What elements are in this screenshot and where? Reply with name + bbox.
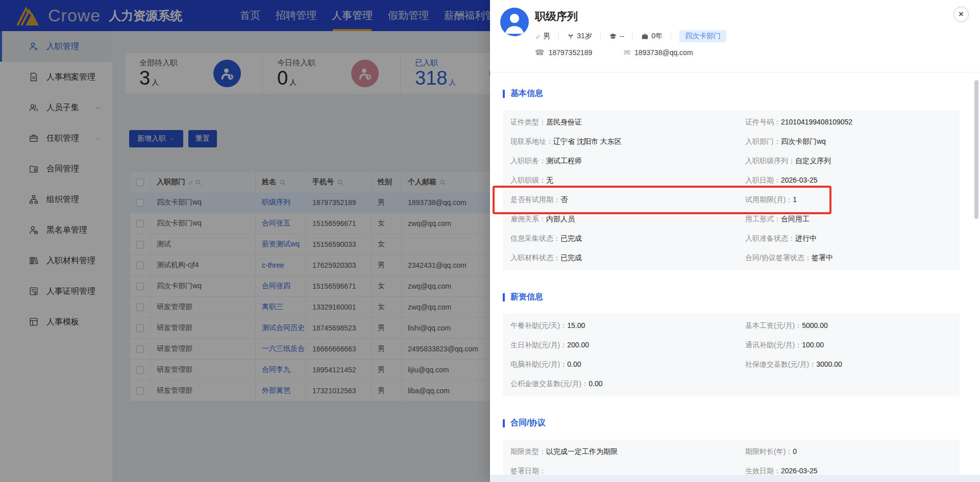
field: 现联系地址辽宁省 沈阳市 大东区 [510,137,745,146]
field-value: 居民身份证 [546,118,582,127]
field-value: 进行中 [795,234,817,243]
field-value: 自定义序列 [795,157,831,166]
section-title: 薪资信息 [510,292,543,302]
field-label: 是否有试用期 [510,195,560,205]
field-row: 证件类型居民身份证证件号码210104199408109052 [510,113,960,132]
meta-item-2: -- [609,32,624,40]
meta-item-1: 31岁 [567,32,592,41]
graduation-icon [609,32,617,40]
field: 用工形式合同用工 [745,215,810,224]
field-value: 辽宁省 沈阳市 大东区 [553,137,622,146]
field-value: 3000.00 [816,360,842,368]
field-label: 期限时长(年) [745,447,793,456]
meta-text: 31岁 [577,32,592,41]
field-label: 现联系地址 [510,137,553,146]
section-accent-bar [503,293,505,301]
meta-item-0: ♂男 [535,32,550,41]
field-label: 入职职务 [510,157,546,166]
section-title: 基本信息 [510,88,543,99]
field-label: 期限类型 [510,447,546,456]
field-label: 通讯补助(元/月) [745,341,802,350]
section-accent-bar [503,419,505,427]
field-value: 100.00 [802,341,824,349]
field-value: 已完成 [560,234,582,243]
field-value: 5000.00 [802,321,828,329]
briefcase-solid-icon [641,33,649,40]
close-icon: × [959,10,963,19]
field-value: 1 [793,195,797,204]
field: 社保缴交基数(元/月)3000.00 [745,360,842,369]
department-tag: 四次卡部门 [679,30,726,42]
field-value: 无 [546,176,553,185]
phone-icon: ☎ [535,48,545,57]
field: 期限时长(年)0 [745,447,797,456]
employee-detail-drawer: 职级序列 ♂男31岁--0年四次卡部门 ☎ 18797352189 ✉ 1893… [490,0,980,482]
field: 通讯补助(元/月)100.00 [745,341,824,350]
field-label: 电脑补助(元/月) [510,360,567,369]
close-drawer-button[interactable]: × [953,7,969,22]
field-value: 内部人员 [546,215,575,224]
field: 入职材料状态已完成 [510,253,745,263]
field: 电脑补助(元/月)0.00 [510,360,745,369]
field-row: 入职材料状态已完成合同/协议签署状态签署中 [510,248,960,268]
field: 是否有试用期否 [510,195,745,205]
field: 入职日期2026-03-25 [745,176,818,185]
field: 期限类型以完成一定工作为期限 [510,447,745,456]
meta-divider [558,33,559,40]
field: 入职职级序列自定义序列 [745,157,831,166]
field-value: 2026-03-25 [781,176,818,184]
meta-text: 男 [543,32,550,41]
field-row: 雇佣关系内部人员用工形式合同用工 [510,210,960,229]
meta-divider [632,33,633,40]
field-value: 测试工程师 [546,157,582,166]
sprout-icon [567,33,574,40]
email-value: 1893738@qq.com [634,48,693,57]
field: 合同/协议签署状态签署中 [745,253,833,263]
meta-item-3: 0年 [641,32,663,41]
field: 入职部门四次卡部门wq [745,137,826,146]
field: 证件类型居民身份证 [510,118,745,127]
field-value: 210104199408109052 [781,118,852,126]
field-row: 期限类型以完成一定工作为期限期限时长(年)0 [510,442,960,462]
field-value: 2026-03-25 [781,467,818,475]
field-label: 公积金缴交基数(元/月) [510,379,589,389]
field-row: 入职职级无入职日期2026-03-25 [510,171,960,190]
field-label: 入职日期 [745,176,781,185]
field-label: 证件类型 [510,118,546,127]
drawer-scrollbar[interactable] [974,80,978,219]
field-label: 入职职级序列 [745,157,795,166]
field-label: 午餐补助(元/天) [510,321,567,331]
drawer-body: 基本信息证件类型居民身份证证件号码210104199408109052现联系地址… [490,73,980,482]
field-row: 信息采集状态已完成入职准备状态进行中 [510,229,960,248]
hr-system-app: Crowe 人力资源系统 首页招聘管理人事管理假勤管理薪酬福利管理 入职管理人事… [0,0,980,482]
field-row: 午餐补助(元/天)15.00基本工资(元/月)5000.00 [510,316,960,336]
field-value: 0.00 [567,360,581,368]
field-value: 15.00 [567,321,585,329]
field-label: 入职准备状态 [745,234,795,243]
drawer-bottom-band [490,475,980,482]
avatar [500,8,529,36]
field-value: 合同用工 [781,215,810,224]
field-label: 用工形式 [745,215,781,224]
field: 入职职级无 [510,176,745,185]
field-value: 200.00 [567,341,589,349]
section-panel: 证件类型居民身份证证件号码210104199408109052现联系地址辽宁省 … [503,110,960,270]
drawer-section-2: 合同/协议期限类型以完成一定工作为期限期限时长(年)0签署日期生效日期2026-… [503,418,960,482]
section-panel: 午餐补助(元/天)15.00基本工资(元/月)5000.00生日补助(元/月)2… [503,314,960,396]
field-value: 已完成 [560,253,582,263]
field-value: 四次卡部门wq [781,137,826,146]
field-row: 入职职务测试工程师入职职级序列自定义序列 [510,151,960,171]
meta-divider [600,33,601,40]
field: 信息采集状态已完成 [510,234,745,243]
field: 入职准备状态进行中 [745,234,817,243]
meta-divider [671,33,671,40]
phone-value: 18797352189 [549,48,593,57]
field-label: 社保缴交基数(元/月) [745,360,816,369]
field-row: 现联系地址辽宁省 沈阳市 大东区入职部门四次卡部门wq [510,132,960,151]
field-row: 生日补助(元/月)200.00通讯补助(元/月)100.00 [510,336,960,355]
field-label: 入职部门 [745,137,781,146]
mail-icon: ✉ [624,48,630,57]
field-label: 雇佣关系 [510,215,546,224]
field-row: 电脑补助(元/月)0.00社保缴交基数(元/月)3000.00 [510,355,960,374]
field-label: 合同/协议签署状态 [745,253,812,263]
